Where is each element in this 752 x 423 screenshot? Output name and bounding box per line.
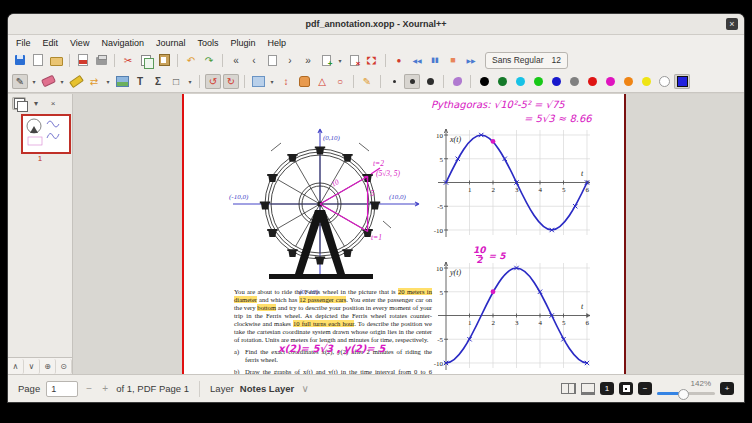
color-green-button[interactable] [530,74,546,89]
document-canvas[interactable]: Pythagoras: √10²-5² = √75 = 5√3 ≈ 8.66 [73,94,744,374]
add-page-button[interactable] [318,53,334,68]
layer-value[interactable]: Notes Layer [240,383,294,394]
draw-triangle-button[interactable]: △ [314,74,330,89]
menu-help[interactable]: Help [268,38,287,48]
copy-icon [141,55,151,66]
eraser-dropdown[interactable]: ▾ [58,74,66,89]
new-document-button[interactable] [30,53,46,68]
next-page-button[interactable]: › [282,53,298,68]
pen-dropdown[interactable]: ▾ [30,74,38,89]
arc-ccw-tool-button[interactable]: ↺ [205,74,221,89]
menu-view[interactable]: View [70,38,89,48]
shape-recognizer-button[interactable]: ✎ [359,74,375,89]
settings-button[interactable]: ⊙ [56,359,72,374]
paste-button[interactable] [156,53,172,68]
slider-thumb[interactable] [678,389,689,400]
color-red-button[interactable] [584,74,600,89]
presentation-mode-icon[interactable] [581,383,595,395]
arc-cw-tool-button[interactable]: ↻ [223,74,239,89]
highlighter-tool-button[interactable] [68,74,84,89]
menu-file[interactable]: File [16,38,31,48]
undo-button[interactable]: ↶ [183,53,199,68]
shape-tool-button[interactable]: □ [168,74,184,89]
color-magenta-button[interactable] [602,74,618,89]
forward-button[interactable]: ▶▶ [463,53,479,68]
thickness-medium-button[interactable] [404,74,420,89]
menu-navigation[interactable]: Navigation [101,38,144,48]
page-icon [268,55,277,66]
select-object-button[interactable]: ⇄ [86,74,102,89]
color-darkgreen-button[interactable] [494,74,510,89]
select-rectangle-dropdown[interactable]: ▾ [268,74,276,89]
draw-circle-button[interactable]: ○ [332,74,348,89]
close-button[interactable]: × [726,18,738,30]
menu-edit[interactable]: Edit [43,38,59,48]
color-black-button[interactable] [476,74,492,89]
menu-plugin[interactable]: Plugin [230,38,255,48]
pause-button[interactable]: ▮▮ [427,53,443,68]
delete-page-button[interactable] [346,53,362,68]
layer-dropdown[interactable]: ∨ [300,383,310,394]
color-blue-button[interactable] [548,74,564,89]
select-rectangle-button[interactable] [250,74,266,89]
eraser-tool-button[interactable] [40,74,56,89]
title-bar[interactable]: pdf_annotation.xopp - Xournal++ × [8,14,744,35]
item-a-label: a) [234,348,242,364]
sidebar-close-button[interactable]: × [46,97,60,110]
save-button[interactable] [12,53,28,68]
color-swatch-icon [480,77,489,86]
scroll-down-button[interactable]: ∨ [24,359,40,374]
first-page-button[interactable]: « [228,53,244,68]
color-white-button[interactable] [656,74,672,89]
hand-tool-button[interactable] [296,74,312,89]
color-orange-button[interactable] [620,74,636,89]
menu-journal[interactable]: Journal [156,38,186,48]
pen-tool-button[interactable]: ✎ [12,74,28,89]
thickness-fine-button[interactable] [386,74,402,89]
page-decrement-button[interactable]: − [84,383,94,394]
last-page-button[interactable]: » [300,53,316,68]
sidebar-bottom-toolbar: ∧ ∨ ⊕ ⊙ [8,357,72,374]
menu-tools[interactable]: Tools [197,38,218,48]
copy-button[interactable] [138,53,154,68]
page-thumbnail[interactable] [21,114,71,154]
color-yellow-button[interactable] [638,74,654,89]
stop-button[interactable]: ■ [445,53,461,68]
zoom-in-button[interactable]: + [720,382,734,395]
scroll-up-button[interactable]: ∧ [8,359,24,374]
redo-button[interactable]: ↷ [201,53,217,68]
preview-tab-button[interactable] [12,97,26,110]
fullscreen-button[interactable]: ◤ ◥ ◣ ◢ [364,53,380,68]
record-button[interactable]: ● [391,53,407,68]
two-page-view-icon[interactable] [561,383,576,394]
goto-page-button[interactable] [264,53,280,68]
open-button[interactable] [48,53,64,68]
font-button[interactable]: Sans Regular 12 [485,52,568,69]
tex-tool-button[interactable]: Σ [150,74,166,89]
vertical-space-button[interactable]: ↕ [278,74,294,89]
fit-page-button[interactable] [619,382,633,395]
color-chooser-button[interactable] [674,74,690,89]
export-pdf-button[interactable] [75,53,91,68]
pdf-page[interactable]: Pythagoras: √10²-5² = √75 = 5√3 ≈ 8.66 [182,94,626,374]
shape-dropdown[interactable]: ▾ [186,74,194,89]
sidebar-dropdown[interactable]: ▾ [29,97,43,110]
color-gray-button[interactable] [566,74,582,89]
select-object-dropdown[interactable]: ▾ [104,74,112,89]
text-tool-button[interactable]: T [132,74,148,89]
cut-button[interactable]: ✂ [120,53,136,68]
fit-width-button[interactable]: 1 [600,382,614,395]
fill-tool-button[interactable] [449,74,465,89]
print-button[interactable] [93,53,109,68]
add-page-dropdown[interactable]: ▾ [336,53,344,68]
sync-pages-button[interactable]: ⊕ [40,359,56,374]
page-number-input[interactable]: 1 [46,381,78,397]
insert-image-button[interactable] [114,74,130,89]
thickness-thick-button[interactable] [422,74,438,89]
rewind-button[interactable]: ◀◀ [409,53,425,68]
previous-page-button[interactable]: ‹ [246,53,262,68]
zoom-slider[interactable] [657,389,715,398]
color-cyan-button[interactable] [512,74,528,89]
page-increment-button[interactable]: + [100,383,110,394]
zoom-out-button[interactable]: − [638,382,652,395]
